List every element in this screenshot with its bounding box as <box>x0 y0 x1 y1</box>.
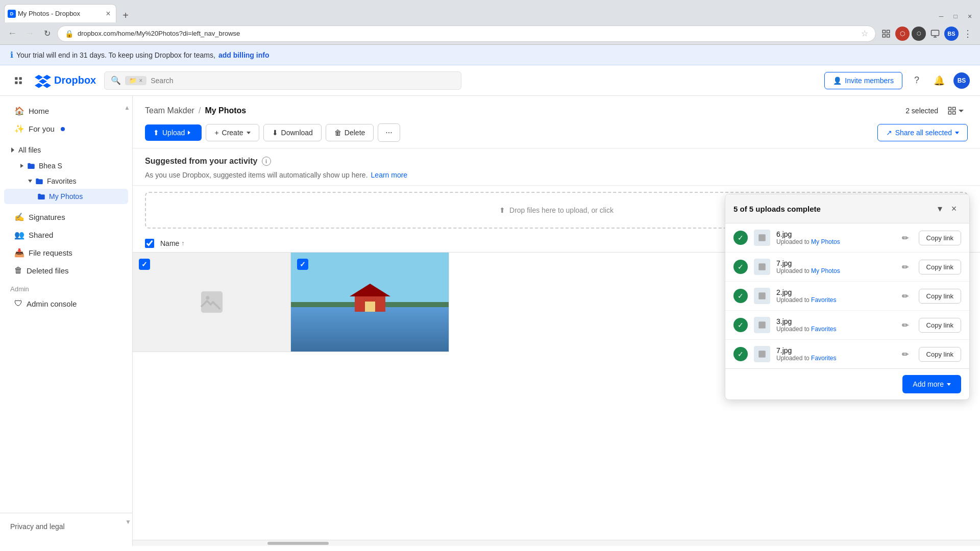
extension-icon-2[interactable]: ⬡ <box>912 27 926 41</box>
sidebar-all-files-label: All files <box>18 146 41 154</box>
checkbox-checked-1[interactable]: ✓ <box>139 259 150 270</box>
scrollbar-thumb[interactable] <box>267 542 329 545</box>
svg-rect-17 <box>953 112 955 114</box>
upload-item-dest-link-5[interactable]: Favorites <box>811 355 836 362</box>
window-minimize-button[interactable]: ─ <box>935 10 947 22</box>
star-icon: ✨ <box>14 124 24 134</box>
active-tab[interactable]: D My Photos - Dropbox × <box>4 4 116 22</box>
search-input[interactable] <box>151 77 455 85</box>
sidebar-item-shared[interactable]: 👥 Shared <box>4 226 128 244</box>
delete-icon: 🗑 <box>334 129 341 137</box>
invite-members-button[interactable]: 👤 Invite members <box>824 72 902 89</box>
forward-button[interactable]: → <box>22 27 37 41</box>
sidebar: ▲ 🏠 Home ✨ For you All files <box>0 96 133 546</box>
copy-link-button-5[interactable]: Copy link <box>919 347 961 362</box>
billing-cta[interactable]: add billing info <box>218 51 270 59</box>
svg-rect-27 <box>758 292 766 299</box>
user-avatar[interactable]: BS <box>953 72 970 89</box>
invite-members-label: Invite members <box>845 77 894 85</box>
create-button[interactable]: + Create <box>206 124 259 141</box>
notifications-button[interactable]: 🔔 <box>931 72 947 89</box>
address-bar[interactable]: 🔒 dropbox.com/home/My%20Photos?di=left_n… <box>57 26 876 42</box>
file-check-1[interactable]: ✓ <box>139 259 150 270</box>
more-options-button[interactable]: ⋮ <box>961 27 975 41</box>
more-actions-button[interactable]: ··· <box>378 123 400 142</box>
upload-item-name-5: 7.jpg <box>776 346 892 355</box>
horizontal-scrollbar[interactable] <box>133 540 980 546</box>
copy-link-button-4[interactable]: Copy link <box>919 318 961 333</box>
upload-edit-button-3[interactable]: ✏ <box>898 289 913 303</box>
download-button[interactable]: ⬇ Download <box>263 124 322 141</box>
sidebar-privacy-legal[interactable]: Privacy and legal <box>10 519 122 534</box>
sidebar-scroll-down[interactable]: ▼ <box>125 518 131 525</box>
svg-rect-8 <box>19 81 22 84</box>
upload-edit-button-5[interactable]: ✏ <box>898 347 913 361</box>
logo[interactable]: Dropbox <box>35 72 96 89</box>
sidebar-folder-bhea-s[interactable]: Bhea S <box>4 158 128 173</box>
upload-item-dest-link-4[interactable]: Favorites <box>811 325 836 333</box>
window-maximize-button[interactable]: □ <box>949 10 962 22</box>
upload-panel-collapse-button[interactable]: ▾ <box>933 202 947 216</box>
help-button[interactable]: ? <box>909 72 925 89</box>
upload-item-dest-link-2[interactable]: My Photos <box>811 267 840 274</box>
learn-more-link[interactable]: Learn more <box>371 171 408 179</box>
bookmark-icon[interactable]: ☆ <box>861 29 868 38</box>
file-card-2[interactable]: ✓ <box>291 253 449 352</box>
file-check-2[interactable]: ✓ <box>297 259 308 270</box>
cast-button[interactable] <box>928 27 942 41</box>
upload-item-info-5: 7.jpg Uploaded to Favorites <box>776 346 892 362</box>
svg-rect-1 <box>887 30 890 33</box>
app-grid-button[interactable] <box>10 72 27 89</box>
sidebar-section-all-files[interactable]: All files <box>0 142 132 158</box>
back-button[interactable]: ← <box>5 27 19 41</box>
sidebar-folder-my-photos[interactable]: My Photos <box>4 189 128 204</box>
folder-favorites-label: Favorites <box>47 177 77 185</box>
sidebar-folder-favorites[interactable]: Favorites <box>4 173 128 189</box>
copy-link-button-2[interactable]: Copy link <box>919 260 961 274</box>
extension-icon-1[interactable]: ⬡ <box>895 27 910 41</box>
reload-button[interactable]: ↻ <box>40 27 54 41</box>
sidebar-item-signatures[interactable]: ✍ Signatures <box>4 208 128 226</box>
new-tab-button[interactable]: + <box>118 8 133 22</box>
extensions-button[interactable] <box>879 27 893 41</box>
sidebar-item-home[interactable]: 🏠 Home <box>4 102 128 120</box>
copy-link-button-1[interactable]: Copy link <box>919 231 961 245</box>
grid-view-toggle[interactable] <box>943 104 968 117</box>
select-all-checkbox[interactable] <box>145 239 154 248</box>
delete-button[interactable]: 🗑 Delete <box>326 124 374 141</box>
nav-right: 👤 Invite members ? 🔔 BS <box>824 72 970 89</box>
breadcrumb: Team Makder / My Photos <box>145 106 246 115</box>
upload-file-thumb-2 <box>754 259 770 275</box>
search-bar[interactable]: 🔍 📁 × <box>104 71 461 90</box>
upload-edit-button-1[interactable]: ✏ <box>898 231 913 245</box>
sort-ascending-icon: ↑ <box>181 240 184 247</box>
sidebar-scroll-up[interactable]: ▲ <box>124 104 130 111</box>
copy-link-button-3[interactable]: Copy link <box>919 289 961 304</box>
upload-button[interactable]: ⬆ Upload <box>145 124 202 141</box>
window-close-button[interactable]: × <box>964 10 976 22</box>
share-all-selected-button[interactable]: ↗ Share all selected <box>877 124 968 141</box>
sidebar-item-deleted-files[interactable]: 🗑 Deleted files <box>4 262 128 279</box>
sidebar-item-file-requests[interactable]: 📥 File requests <box>4 244 128 262</box>
upload-file-thumb-3 <box>754 288 770 304</box>
suggested-info-icon[interactable]: i <box>262 157 271 166</box>
upload-edit-button-4[interactable]: ✏ <box>898 318 913 332</box>
sidebar-file-requests-label: File requests <box>29 248 72 257</box>
upload-edit-button-2[interactable]: ✏ <box>898 260 913 274</box>
add-more-button[interactable]: Add more <box>902 375 961 393</box>
file-thumb-2 <box>291 253 449 352</box>
checkbox-checked-2[interactable]: ✓ <box>297 259 308 270</box>
search-filter-badge[interactable]: 📁 × <box>125 76 146 85</box>
user-profile-icon[interactable]: BS <box>944 27 959 41</box>
upload-item-dest-link-3[interactable]: Favorites <box>811 296 836 304</box>
upload-panel-close-button[interactable]: × <box>947 202 961 216</box>
upload-item-dest-link-1[interactable]: My Photos <box>811 238 840 245</box>
svg-point-26 <box>760 265 761 266</box>
sidebar-item-admin-console[interactable]: 🛡 Admin console <box>4 295 128 312</box>
breadcrumb-parent[interactable]: Team Makder <box>145 106 194 115</box>
close-tab-button[interactable]: × <box>104 9 113 18</box>
sidebar-item-for-you[interactable]: ✨ For you <box>4 120 128 138</box>
upload-item-dest-4: Uploaded to Favorites <box>776 325 892 333</box>
file-card-1[interactable]: ✓ <box>133 253 291 352</box>
name-column-header[interactable]: Name ↑ <box>160 239 184 247</box>
